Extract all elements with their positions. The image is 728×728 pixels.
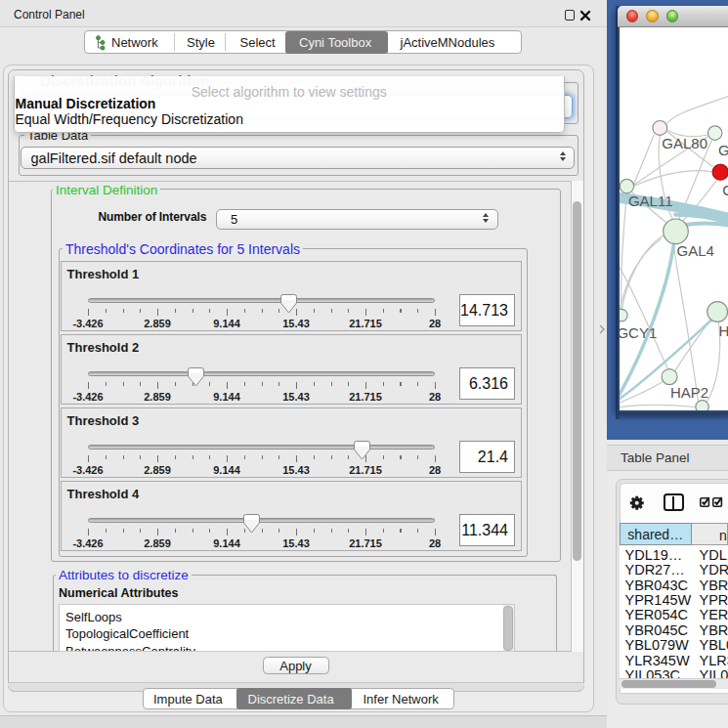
svg-text:GAL11: GAL11: [627, 193, 672, 209]
svg-text:GCY1: GCY1: [620, 324, 657, 341]
svg-text:G.: G.: [718, 142, 728, 158]
svg-text:CR: CR: [722, 182, 728, 198]
svg-text:HAP2: HAP2: [669, 383, 707, 400]
svg-text:GAL80: GAL80: [662, 135, 707, 151]
svg-text:GAL4: GAL4: [676, 242, 713, 259]
svg-text:HA: HA: [718, 321, 728, 338]
